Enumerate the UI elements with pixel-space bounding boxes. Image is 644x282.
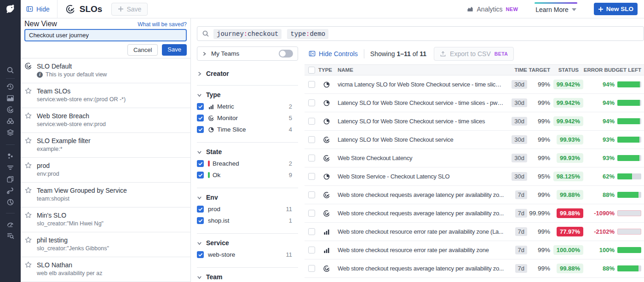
row-checkbox[interactable] [308, 191, 315, 198]
checkbox-checked[interactable] [197, 251, 204, 258]
processes-icon[interactable] [0, 150, 21, 162]
saved-view-item[interactable]: SLO Example filterexample:* [21, 133, 190, 158]
slo-name[interactable]: Web store checkout requests average late… [335, 265, 506, 272]
row-checkbox[interactable] [308, 210, 315, 217]
new-slo-button[interactable]: New SLO [594, 3, 638, 15]
star-icon[interactable] [24, 211, 32, 219]
dashboards-icon[interactable] [0, 92, 21, 104]
facet-header-state[interactable]: State [197, 143, 298, 158]
facet-item[interactable]: Metric2 [197, 101, 298, 112]
checkbox-checked[interactable] [197, 206, 204, 213]
table-row[interactable]: Latency SLO for Web Store Checkout servi… [305, 94, 644, 112]
table-row[interactable]: Web store checkout requests average late… [305, 186, 644, 204]
service-link-icon[interactable] [0, 185, 21, 196]
slo-target-icon[interactable] [0, 104, 21, 115]
search-token[interactable]: journey:checkout [213, 29, 282, 39]
saved-view-item[interactable]: Min's SLOslo_creator:"Min Hwei Ng" [21, 207, 190, 232]
slo-name[interactable]: Web store checkout requests average late… [335, 191, 506, 198]
table-row[interactable]: Latency SLO for Web Store Checkout servi… [305, 112, 644, 131]
checkbox-checked[interactable] [197, 103, 204, 110]
facet-item[interactable]: Time Slice4 [197, 124, 298, 135]
facet-item[interactable]: Monitor5 [197, 112, 298, 124]
save-view-button[interactable]: Save [111, 3, 148, 16]
facet-item[interactable]: Breached2 [197, 158, 298, 169]
facet-item[interactable]: prod11 [197, 203, 298, 215]
table-row[interactable]: Web Store Service - Checkout Latency SLO… [305, 167, 644, 186]
table-row[interactable]: Web store checkout resource error rate p… [305, 223, 644, 241]
what-will-be-saved-link[interactable]: What will be saved? [138, 21, 187, 28]
checkbox-checked[interactable] [197, 115, 204, 121]
col-error-budget[interactable]: ERROR BUDGET LEFT [583, 67, 644, 73]
slo-name[interactable]: Web store checkout requests average late… [335, 210, 506, 217]
analytics-link[interactable]: Analytics NEW [467, 6, 518, 13]
facet-item[interactable]: shop.ist1 [197, 215, 298, 226]
hide-panel-button[interactable]: Hide [26, 6, 50, 13]
select-all-checkbox[interactable] [308, 67, 315, 74]
slo-name[interactable]: Latency SLO for Web Store Checkout servi… [335, 136, 506, 143]
view-name-input[interactable]: Checkout user journey [24, 29, 187, 41]
star-icon[interactable] [24, 261, 32, 269]
windows-icon[interactable] [0, 173, 21, 185]
log-search-icon[interactable] [0, 230, 21, 242]
checkbox-checked[interactable] [197, 172, 204, 178]
facet-header-creator[interactable]: Creator [197, 64, 298, 80]
row-checkbox[interactable] [308, 173, 315, 180]
table-row[interactable]: Web store checkout requests average late… [305, 259, 644, 278]
row-checkbox[interactable] [308, 155, 315, 161]
checkbox-checked[interactable] [197, 126, 204, 133]
row-checkbox[interactable] [308, 228, 315, 235]
checkbox-checked[interactable] [197, 160, 204, 167]
star-icon[interactable] [24, 137, 32, 144]
star-icon[interactable] [24, 236, 32, 244]
star-icon[interactable] [24, 112, 32, 120]
slo-name[interactable]: Latency SLO for Web Store Checkout servi… [335, 118, 506, 125]
saved-view-item[interactable]: Team View Grouped by Serviceteam:shopist [21, 183, 190, 207]
col-time[interactable]: TIME [506, 67, 527, 73]
table-row[interactable]: Latency SLO for Web Store Checkout servi… [305, 131, 644, 149]
col-type[interactable]: TYPE [318, 67, 335, 73]
cancel-button[interactable]: Cancel [127, 44, 158, 56]
facet-header-service[interactable]: Service [197, 234, 298, 249]
table-row[interactable]: Web store checkout resource error rate p… [305, 241, 644, 259]
hide-controls-button[interactable]: Hide Controls [309, 50, 358, 58]
slo-name[interactable]: vicma Latency SLO for Web Store Checkout… [335, 81, 506, 88]
facet-item[interactable]: Ok9 [197, 169, 298, 181]
row-checkbox[interactable] [308, 118, 315, 125]
export-csv-button[interactable]: Export to CSV BETA [434, 47, 514, 61]
saved-view-item[interactable]: SLO DefaultiThis is your default view [21, 58, 190, 83]
table-row[interactable]: Web Store Checkout Latency30d99%99.93%93… [305, 149, 644, 167]
col-target[interactable]: TARGET [527, 67, 550, 73]
table-row[interactable]: Web store checkout requests average late… [305, 204, 644, 223]
facet-item[interactable]: web-store11 [197, 249, 298, 260]
notebooks-icon[interactable] [0, 127, 21, 138]
slo-name[interactable]: Web Store Service - Checkout Latency SLO [335, 173, 506, 180]
slo-name[interactable]: Web store checkout resource error rate p… [335, 228, 506, 235]
search-input[interactable]: journey:checkouttype:demo [197, 26, 644, 41]
row-checkbox[interactable] [308, 247, 315, 253]
star-icon[interactable] [24, 161, 32, 169]
search-token[interactable]: type:demo [287, 29, 328, 39]
saved-view-item[interactable]: Web Store Breachservice:web-store env:pr… [21, 108, 190, 133]
facet-header-team[interactable]: Team [197, 268, 298, 282]
col-status[interactable]: STATUS [550, 67, 583, 73]
saved-view-item[interactable]: phil testingslo_creator:"Jenks Gibbons" [21, 232, 190, 257]
checkbox-checked[interactable] [197, 217, 204, 224]
slo-name[interactable]: Latency SLO for Web Store Checkout servi… [335, 99, 506, 106]
slo-target-icon[interactable] [24, 62, 32, 70]
facet-header-type[interactable]: Type [197, 86, 298, 101]
slo-name[interactable]: Web Store Checkout Latency [335, 155, 506, 161]
usage-icon[interactable] [0, 196, 21, 208]
my-teams-panel[interactable]: My Teams [197, 46, 298, 61]
history-icon[interactable] [0, 81, 21, 92]
star-icon[interactable] [24, 87, 32, 95]
saved-view-item[interactable]: prodenv:prod [21, 158, 190, 183]
traces-icon[interactable] [0, 162, 21, 173]
slo-name[interactable]: Web store checkout resource error rate p… [335, 247, 506, 253]
saved-view-item[interactable]: SLO Nathanweb elb availability per az [21, 257, 190, 282]
col-name[interactable]: NAME [335, 67, 506, 73]
row-checkbox[interactable] [308, 136, 315, 143]
save-button[interactable]: Save [162, 44, 187, 56]
star-icon[interactable] [24, 186, 32, 194]
row-checkbox[interactable] [308, 99, 315, 106]
facet-header-env[interactable]: Env [197, 188, 298, 203]
